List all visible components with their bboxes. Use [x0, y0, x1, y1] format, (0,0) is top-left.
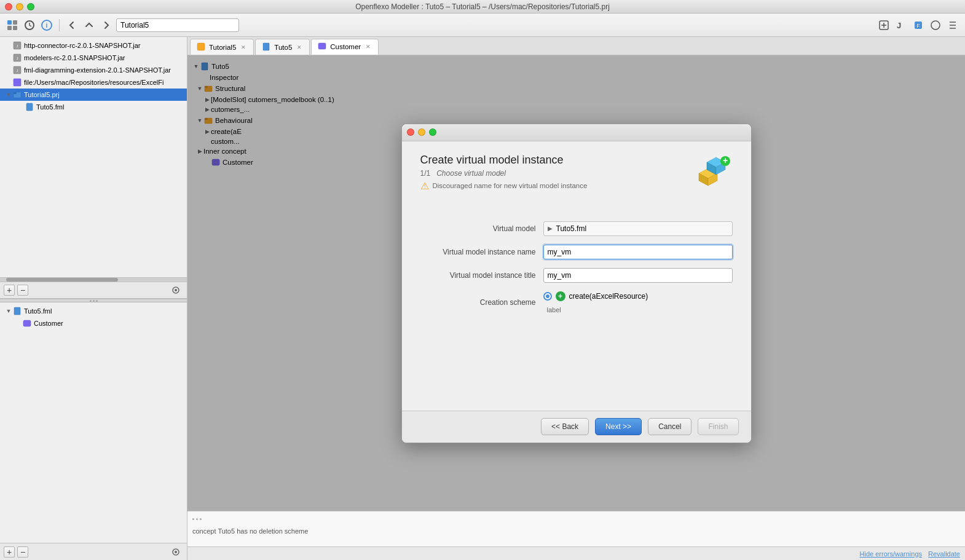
tree-item-prj[interactable]: ▼ Tutorial5.prj	[0, 89, 187, 101]
dialog-overlay: Create virtual model instance 1/1 Choose…	[187, 55, 965, 511]
dialog-step-number: 1/1	[420, 169, 431, 178]
toolbar-icon-2[interactable]	[22, 18, 37, 33]
tree-item-tuto5fml[interactable]: ▼ Tuto5.fml	[0, 305, 187, 317]
fml-label: Tuto5.fml	[36, 103, 64, 111]
back-dialog-button[interactable]: << Back	[541, 418, 589, 435]
sidebar-bottom-toolbar-1: + −	[0, 282, 187, 299]
tree-arrow-tuto5: ▼	[5, 308, 12, 314]
tab-customer-icon	[318, 42, 326, 52]
back-button[interactable]	[65, 18, 79, 33]
vm-value: Tuto5.fml	[556, 224, 587, 233]
tab-customer-close[interactable]: ✕	[364, 43, 372, 50]
tab-tuto5-label: Tuto5	[274, 44, 292, 51]
hide-errors-link[interactable]: Hide errors/warnings	[860, 550, 922, 558]
dialog-step: 1/1 Choose virtual model	[420, 169, 683, 178]
instance-title-label: Virtual model instance title	[420, 271, 543, 280]
tree-item-jar2[interactable]: J modelers-rc-2.0.1-SNAPSHOT.jar	[0, 52, 187, 64]
settings-icon[interactable]	[168, 283, 183, 298]
bottom-panel-content: concept Tuto5 has no deletion scheme	[187, 526, 965, 546]
tree-item-customer-lower[interactable]: Customer	[0, 317, 187, 329]
creation-scheme-label: Creation scheme	[420, 298, 543, 307]
nav-input[interactable]	[116, 18, 239, 32]
svg-point-23	[175, 289, 177, 291]
add-item-button[interactable]: +	[4, 285, 15, 296]
tab-tuto5-close[interactable]: ✕	[296, 44, 303, 51]
remove-item-button[interactable]: −	[17, 285, 28, 296]
svg-text:J: J	[897, 21, 901, 30]
bottom-panel-header	[187, 511, 965, 526]
scheme-radio[interactable]	[543, 292, 552, 301]
toolbar-icon-3[interactable]: i	[39, 18, 54, 33]
toolbar-icon-1[interactable]	[5, 18, 20, 33]
instance-title-value	[543, 268, 733, 283]
dialog-form: Virtual model ▶ Tuto5.fml	[420, 221, 733, 322]
tab-tutorial5-label: Tutorial5	[209, 44, 236, 51]
tree-item-jar3[interactable]: J fml-diagramming-extension-2.0.1-SNAPSH…	[0, 64, 187, 76]
main-content: ▼ Tuto5 Inspector ▼ Structural	[187, 55, 965, 511]
jar-icon: J	[12, 53, 22, 63]
dialog-graphic: +	[690, 154, 733, 197]
customer-icon	[22, 318, 32, 328]
up-button[interactable]	[82, 18, 96, 33]
tab-customer[interactable]: Customer ✕	[311, 39, 379, 55]
tree-item-jar1[interactable]: J http-connector-rc-2.0.1-SNAPSHOT.jar	[0, 39, 187, 52]
window-title: Openflexo Modeller : Tuto5 – Tutorial5 –…	[355, 2, 610, 11]
tree-arrow-prj: ▼	[5, 92, 12, 98]
left-sidebar: J http-connector-rc-2.0.1-SNAPSHOT.jar J…	[0, 37, 187, 560]
maximize-button[interactable]	[27, 3, 34, 10]
tab-customer-label: Customer	[330, 43, 361, 50]
instance-name-row: Virtual model instance name	[420, 245, 733, 259]
dialog-close-button[interactable]	[407, 128, 414, 136]
settings-icon-2[interactable]	[168, 545, 183, 559]
instance-name-input[interactable]	[543, 245, 733, 259]
remove-item-button-2[interactable]: −	[17, 546, 28, 558]
minimize-button[interactable]	[16, 3, 23, 10]
horizontal-scroll[interactable]	[0, 278, 187, 282]
dialog-max-button[interactable]	[429, 128, 436, 136]
toolbar-right-icon-2[interactable]: J	[894, 18, 908, 33]
instance-title-input[interactable]	[543, 268, 733, 283]
scheme-sublabel: label	[547, 306, 561, 314]
jar-icon: J	[12, 41, 22, 50]
toolbar-right-icon-3[interactable]: F	[911, 18, 926, 33]
svg-rect-18	[14, 79, 21, 86]
next-dialog-button[interactable]: Next >>	[595, 418, 642, 435]
svg-rect-21	[26, 103, 33, 111]
tabs-bar: Tutorial5 ✕ Tuto5 ✕ Customer ✕	[187, 37, 965, 55]
virtual-model-value: ▶ Tuto5.fml	[543, 221, 733, 236]
toolbar-right-icon-1[interactable]	[876, 18, 891, 33]
cancel-dialog-button[interactable]: Cancel	[648, 418, 691, 435]
dialog-min-button[interactable]	[418, 128, 425, 136]
virtual-model-label: Virtual model	[420, 224, 543, 233]
right-area: Tutorial5 ✕ Tuto5 ✕ Customer ✕	[187, 37, 965, 560]
tree-item-resource[interactable]: file:/Users/mac/Repositories/resources/E…	[0, 76, 187, 89]
tab-tutorial5[interactable]: Tutorial5 ✕	[190, 39, 254, 55]
tree-item-fml[interactable]: Tuto5.fml	[0, 101, 187, 113]
tab-tuto5[interactable]: Tuto5 ✕	[255, 39, 310, 55]
prj-label: Tutorial5.prj	[24, 91, 60, 98]
create-vm-dialog: Create virtual model instance 1/1 Choose…	[401, 124, 752, 443]
tab-tutorial5-close[interactable]: ✕	[240, 44, 247, 51]
toolbar-right-icon-4[interactable]	[928, 18, 943, 33]
jar1-label: http-connector-rc-2.0.1-SNAPSHOT.jar	[24, 42, 141, 49]
dialog-footer: << Back Next >> Cancel Finish	[402, 411, 751, 443]
file-tree: J http-connector-rc-2.0.1-SNAPSHOT.jar J…	[0, 37, 187, 278]
revalidate-link[interactable]: Revalidate	[928, 550, 960, 558]
dialog-titlebar	[402, 124, 751, 141]
forward-button[interactable]	[99, 18, 114, 33]
bottom-links: Hide errors/warnings Revalidate	[860, 550, 960, 558]
add-item-button-2[interactable]: +	[4, 546, 15, 558]
sidebar-bottom-toolbar-2: + −	[0, 543, 187, 560]
svg-text:J: J	[17, 57, 18, 60]
tab-tutorial5-icon	[197, 42, 205, 52]
svg-rect-30	[318, 43, 326, 49]
svg-rect-24	[14, 307, 20, 315]
toolbar-right-icon-5[interactable]	[945, 18, 960, 33]
lower-tree: ▼ Tuto5.fml Customer	[0, 302, 187, 543]
bottom-message: concept Tuto5 has no deletion scheme	[192, 527, 308, 535]
svg-text:J: J	[17, 44, 18, 48]
tab-tuto5-icon	[262, 42, 270, 52]
svg-rect-3	[13, 26, 17, 30]
creation-scheme-options: + create(aExcelResource) label	[543, 291, 733, 314]
close-button[interactable]	[5, 3, 12, 10]
